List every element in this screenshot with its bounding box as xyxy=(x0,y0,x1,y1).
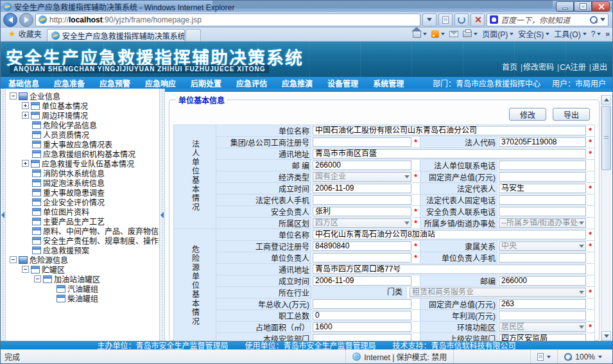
feeds-button[interactable] xyxy=(431,30,445,38)
nav-item-3[interactable]: 应急响应 xyxy=(141,78,187,89)
scroll-up-button[interactable] xyxy=(601,95,611,105)
new-tab-button[interactable] xyxy=(186,29,201,41)
tree-item[interactable]: 汽油罐组 xyxy=(7,284,158,293)
expand-icon[interactable] xyxy=(22,160,29,167)
field-input[interactable]: 370205F119008 xyxy=(499,137,586,147)
nav-item-0[interactable]: 基础信息 xyxy=(4,78,50,89)
forward-button[interactable] xyxy=(19,13,33,27)
tree-item[interactable]: 固定泡沫系统信息 xyxy=(7,178,158,187)
field-select[interactable]: 居民区 xyxy=(499,322,586,332)
field-input[interactable]: 0 xyxy=(313,311,411,320)
modify-button[interactable]: 修改 xyxy=(509,108,546,121)
nav-item-5[interactable]: 应急评估 xyxy=(232,78,278,89)
field-input[interactable]: 84890840 xyxy=(313,241,411,251)
field-input[interactable]: 中国石油化工股份有限公司山东青岛石油分公司 xyxy=(313,126,586,135)
mail-button[interactable] xyxy=(449,31,458,37)
tree-item[interactable]: 危险源信息 xyxy=(7,255,158,264)
collapse-icon[interactable] xyxy=(22,266,29,273)
top-link-2[interactable]: CA注册 xyxy=(560,63,586,72)
field-select[interactable]: 租赁和商务服务业 xyxy=(410,288,586,297)
tree-item[interactable]: 加油站油罐区 xyxy=(7,274,158,284)
zoom-control[interactable]: 100% xyxy=(557,350,609,363)
favorites-button[interactable]: ★ 收藏夹 xyxy=(3,27,47,41)
address-bar[interactable]: http://localhost:90/yjzh/frame/homepage.… xyxy=(35,13,420,26)
field-select[interactable]: 中央 xyxy=(499,241,586,251)
field-select[interactable]: 国有企业 xyxy=(313,172,411,182)
tree-item[interactable]: 消防供水系统信息 xyxy=(7,168,158,178)
tree-item[interactable]: 人员资质情况 xyxy=(7,130,158,139)
tree-item[interactable]: 应急救援专业队伍基本情况 xyxy=(7,159,158,168)
home-button[interactable] xyxy=(413,30,427,38)
field-input[interactable]: 青岛市四方区周口路77号 xyxy=(313,264,586,274)
nav-item-4[interactable]: 后期处置 xyxy=(187,78,232,89)
field-input[interactable] xyxy=(313,253,411,263)
tree-item[interactable]: 重大事故应急情况表 xyxy=(7,139,158,149)
tree-item[interactable]: 柴油罐组 xyxy=(7,293,158,303)
field-input[interactable]: 2006-11-09 xyxy=(313,184,411,193)
tree-item[interactable]: 企业安全评价情况 xyxy=(7,197,158,207)
field-input[interactable]: 266000 xyxy=(499,276,586,286)
field-input[interactable] xyxy=(499,195,586,205)
tab-active[interactable]: 安全生产应急救援指挥辅助决策系统 xyxy=(47,29,185,41)
nav-item-8[interactable]: 系统管理 xyxy=(369,78,415,89)
maximize-button[interactable] xyxy=(574,1,592,12)
tree-item[interactable]: 原料、中间产物、产品、废弃物信息 xyxy=(7,226,158,236)
top-link-3[interactable]: 退出 xyxy=(592,63,607,72)
search-icon[interactable] xyxy=(590,16,598,24)
tree-item[interactable]: 危险化学品信息 xyxy=(7,120,158,130)
privacy-button[interactable] xyxy=(530,350,557,363)
address-dropdown-button[interactable] xyxy=(422,13,436,26)
stop-button[interactable] xyxy=(471,13,485,26)
field-input[interactable] xyxy=(313,195,411,205)
nav-item-2[interactable]: 应急预警 xyxy=(96,78,141,89)
field-input[interactable] xyxy=(499,160,586,170)
compatibility-view-button[interactable] xyxy=(438,13,453,26)
form-scrollbar[interactable] xyxy=(601,95,611,341)
top-link-1[interactable]: 修改密码 xyxy=(523,63,554,72)
help-menu[interactable]: ? xyxy=(591,30,601,39)
field-input[interactable]: 马安生 xyxy=(499,184,586,193)
field-input[interactable] xyxy=(313,137,411,147)
field-input[interactable]: 张利 xyxy=(313,207,411,216)
nav-item-6[interactable]: 应急推演 xyxy=(278,78,324,89)
tree-item[interactable]: 应急救援组织机构基本情况 xyxy=(7,149,158,159)
left-splitter[interactable] xyxy=(1,89,6,341)
field-input[interactable]: 中石化山东青岛石油分公司8加油站 xyxy=(313,230,586,239)
field-input[interactable]: 青岛市市南区百盛 xyxy=(313,149,586,159)
collapse-icon[interactable] xyxy=(34,275,41,282)
field-input[interactable]: 四方区安监局 xyxy=(499,334,586,341)
top-link-0[interactable]: 首页 xyxy=(502,63,517,72)
field-input[interactable]: 1600 xyxy=(313,322,411,332)
field-input[interactable] xyxy=(499,172,586,182)
tree-splitter[interactable] xyxy=(160,89,165,341)
expand-icon[interactable] xyxy=(22,102,29,109)
tree-item[interactable]: 单位图片资料 xyxy=(7,207,158,216)
minimize-button[interactable] xyxy=(556,1,574,12)
collapse-icon[interactable] xyxy=(10,92,17,100)
more-commands-chevron[interactable]: » xyxy=(605,30,610,39)
tree-item[interactable]: 主要产品生产工艺 xyxy=(7,216,158,226)
export-button[interactable]: 导出 xyxy=(553,108,590,121)
nav-item-7[interactable]: 设备管理 xyxy=(324,78,369,89)
search-box[interactable]: 百度一下，你就知道 xyxy=(487,13,609,26)
tree-item[interactable]: 安全生产责任制、规章制度、操作规程信息 xyxy=(7,236,158,245)
search-input[interactable]: 百度一下，你就知道 xyxy=(501,14,587,25)
field-select[interactable]: 四方区 xyxy=(313,218,411,228)
refresh-button[interactable] xyxy=(454,13,469,26)
scrollbar-thumb[interactable] xyxy=(601,106,611,170)
field-input[interactable]: 266000 xyxy=(313,160,411,170)
back-button[interactable] xyxy=(3,13,17,27)
field-input[interactable] xyxy=(313,299,411,309)
search-dropdown-icon[interactable] xyxy=(600,18,605,21)
field-select[interactable]: --所属乡镇/街道办事处-- xyxy=(499,218,586,228)
scroll-down-button[interactable] xyxy=(601,331,611,341)
field-input[interactable] xyxy=(499,311,586,320)
field-input[interactable] xyxy=(313,334,411,341)
safety-menu[interactable]: 安全(S) xyxy=(518,28,549,39)
tree-item[interactable]: 贮罐区 xyxy=(7,264,158,274)
page-menu[interactable]: 页面(P) xyxy=(482,28,514,39)
field-input[interactable] xyxy=(499,207,586,216)
tree-item[interactable]: 应急救援预案 xyxy=(7,245,158,255)
nav-item-1[interactable]: 应急准备 xyxy=(50,78,96,89)
tree-item[interactable]: 企业信息 xyxy=(7,91,158,101)
